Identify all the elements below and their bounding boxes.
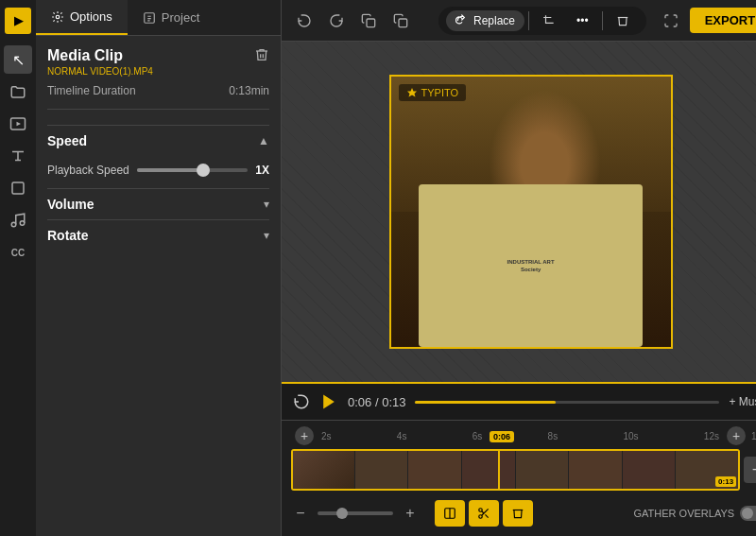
tab-options[interactable]: Options bbox=[36, 0, 128, 35]
video-canvas: INDUSTRIAL ARTSociety TYPITO bbox=[389, 75, 673, 349]
timeline-duration-value: 0:13min bbox=[229, 84, 269, 97]
ruler-mark-6s: 6s bbox=[472, 431, 483, 441]
progress-bar[interactable] bbox=[415, 401, 719, 404]
sidebar-item-text[interactable] bbox=[4, 142, 32, 170]
toolbar-divider-2 bbox=[602, 11, 603, 30]
delete-button[interactable] bbox=[607, 10, 639, 31]
delete-clip-btn[interactable] bbox=[503, 500, 533, 527]
sidebar-item-cursor[interactable]: ↖ bbox=[4, 45, 32, 74]
options-panel: Options Project Media Clip NORMAL VIDEO(… bbox=[36, 0, 282, 536]
clip-thumb-4 bbox=[462, 451, 516, 489]
volume-section-header[interactable]: Volume ▾ bbox=[47, 188, 269, 219]
svg-rect-7 bbox=[367, 19, 375, 27]
ruler-mark-2s: 2s bbox=[321, 431, 332, 441]
typito-watermark: TYPITO bbox=[399, 84, 467, 101]
speed-title: Speed bbox=[47, 133, 87, 148]
clip-thumb-6 bbox=[569, 451, 623, 489]
playback-speed-label: Playback Speed bbox=[47, 164, 129, 177]
clip-action-buttons bbox=[435, 500, 533, 527]
svg-marker-10 bbox=[323, 395, 335, 409]
ruler-mark-4s: 4s bbox=[397, 431, 407, 441]
fullscreen-button[interactable] bbox=[658, 8, 684, 34]
playback-speed-row: Playback Speed 1X bbox=[47, 164, 269, 177]
speed-chevron-icon: ▲ bbox=[258, 134, 269, 147]
sidebar-item-folder[interactable] bbox=[4, 78, 32, 106]
ruler-marks: 2s 4s 0:06 6s 8s 10s 12s bbox=[314, 431, 727, 441]
svg-rect-8 bbox=[399, 19, 407, 27]
speed-value: 1X bbox=[255, 164, 269, 177]
sidebar-item-captions[interactable]: CC bbox=[4, 238, 32, 267]
video-frame: INDUSTRIAL ARTSociety bbox=[391, 77, 671, 347]
zoom-slider[interactable] bbox=[318, 511, 393, 515]
scissors-button[interactable] bbox=[469, 500, 499, 527]
media-clip-info: Media Clip NORMAL VIDEO(1).MP4 bbox=[47, 47, 153, 77]
ruler-mark-10s: 10s bbox=[623, 431, 638, 441]
time-display: 0:06 / 0:13 bbox=[348, 395, 405, 409]
sidebar-item-media[interactable] bbox=[4, 110, 32, 138]
video-controls: 0:06 / 0:13 + Music bbox=[282, 382, 756, 420]
progress-fill bbox=[415, 401, 555, 404]
sidebar-item-music[interactable] bbox=[4, 206, 32, 234]
clip-thumb-3 bbox=[408, 451, 462, 489]
canvas-area: INDUSTRIAL ARTSociety TYPITO Help bbox=[282, 42, 756, 382]
timeline-add-end-button[interactable]: + bbox=[727, 426, 746, 445]
restart-button[interactable] bbox=[293, 393, 310, 410]
speed-slider[interactable] bbox=[137, 168, 249, 172]
shirt-area: INDUSTRIAL ARTSociety bbox=[419, 184, 643, 347]
speed-slider-thumb[interactable] bbox=[197, 164, 210, 177]
clip-thumb-last: 0:13 bbox=[676, 451, 738, 489]
delete-clip-button[interactable] bbox=[254, 47, 269, 66]
ruler-mark-8s: 8s bbox=[548, 431, 558, 441]
more-options-button[interactable]: ••• bbox=[567, 10, 598, 31]
zoom-in-button[interactable]: + bbox=[401, 504, 420, 523]
rotate-section-header[interactable]: Rotate ▾ bbox=[47, 219, 269, 251]
undo-button[interactable] bbox=[291, 8, 318, 34]
icon-sidebar: ▶ ↖ CC bbox=[0, 0, 36, 536]
gather-overlays: GATHER OVERLAYS bbox=[634, 506, 756, 521]
zoom-out-button[interactable]: − bbox=[291, 504, 310, 523]
sidebar-item-shapes[interactable] bbox=[4, 174, 32, 202]
copy-button[interactable] bbox=[355, 8, 382, 34]
toggle-knob bbox=[742, 508, 753, 519]
ruler-mark-14s: 14s bbox=[751, 431, 756, 441]
redo-button[interactable] bbox=[323, 8, 350, 34]
paste-button[interactable] bbox=[387, 8, 414, 34]
svg-line-16 bbox=[485, 514, 488, 517]
clip-thumb-5 bbox=[516, 451, 570, 489]
clip-thumb-7 bbox=[623, 451, 677, 489]
timeline-clips[interactable]: 0:13 bbox=[291, 449, 740, 491]
clip-thumb-1 bbox=[293, 451, 355, 489]
gather-overlays-toggle[interactable] bbox=[740, 506, 756, 521]
timeline-duration-label: Timeline Duration bbox=[47, 84, 136, 97]
panel-tabs: Options Project bbox=[36, 0, 281, 36]
speed-slider-fill bbox=[137, 168, 204, 172]
timeline-append-button[interactable]: + bbox=[744, 457, 756, 483]
music-button[interactable]: + Music bbox=[729, 395, 756, 408]
tab-project[interactable]: Project bbox=[128, 0, 215, 35]
speed-content: Playback Speed 1X bbox=[47, 156, 269, 188]
timeline-track: 0:13 + bbox=[291, 449, 756, 491]
app-logo[interactable]: ▶ bbox=[5, 8, 31, 34]
top-toolbar: Replace ••• EXPORT bbox=[282, 0, 756, 42]
replace-button[interactable]: Replace bbox=[446, 10, 524, 31]
svg-point-14 bbox=[479, 515, 483, 519]
main-area: Replace ••• EXPORT bbox=[282, 0, 756, 536]
svg-marker-1 bbox=[17, 122, 22, 127]
split-button[interactable] bbox=[435, 500, 465, 527]
speed-section-header[interactable]: Speed ▲ bbox=[47, 125, 269, 156]
floating-toolbar: Replace ••• bbox=[438, 7, 646, 35]
timeline-section: + 2s 4s 0:06 6s 8s 10s 12s + 14s bbox=[282, 420, 756, 536]
rotate-title: Rotate bbox=[47, 228, 89, 243]
panel-content: Media Clip NORMAL VIDEO(1).MP4 Timeline … bbox=[36, 36, 281, 536]
volume-chevron-icon: ▾ bbox=[264, 198, 269, 211]
toolbar-divider bbox=[528, 11, 529, 30]
timeline-ruler: + 2s 4s 0:06 6s 8s 10s 12s + 14s bbox=[291, 426, 756, 445]
timeline-add-start-button[interactable]: + bbox=[295, 426, 314, 445]
timeline-playhead-label: 0:06 bbox=[490, 431, 514, 442]
play-button[interactable] bbox=[319, 392, 338, 411]
crop-button[interactable] bbox=[533, 10, 565, 31]
playhead-line bbox=[498, 451, 500, 489]
export-button[interactable]: EXPORT bbox=[690, 8, 756, 33]
zoom-thumb bbox=[336, 508, 348, 519]
ruler-mark-12s: 12s bbox=[704, 431, 719, 441]
